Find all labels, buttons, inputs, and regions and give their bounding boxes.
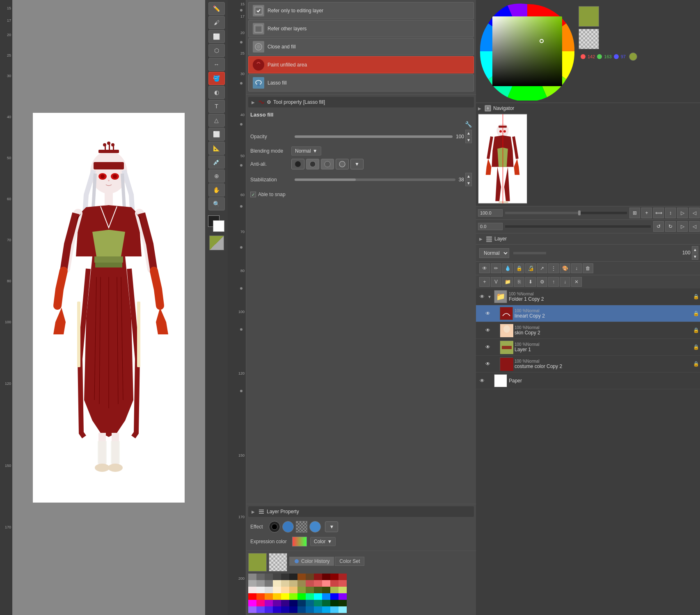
layer-item-skin[interactable]: 👁 100 %Normal skin Copy 2 🔒 [476,322,700,339]
layer-item-folder[interactable]: 👁 ▼ 📁 100 %Normal Folder 1 Copy 2 🔒 [476,288,700,305]
color-cell[interactable] [322,593,330,600]
merge-down-btn[interactable]: ⬇ [525,277,536,287]
layer-opacity-up[interactable]: ▲ [692,246,698,253]
color-cell[interactable] [248,587,256,593]
color-cell[interactable] [248,593,256,600]
color-cell[interactable] [330,587,339,593]
color-cell[interactable] [289,574,297,580]
aa-option-3[interactable] [321,159,334,169]
color-cell[interactable] [297,593,306,600]
color-cell[interactable] [281,593,289,600]
color-swatches-area[interactable] [208,215,225,233]
color-cell[interactable] [265,574,273,580]
transparent-swatch-right[interactable] [579,29,599,49]
color-cell[interactable] [248,580,256,587]
aa-option-1[interactable] [291,159,304,169]
color-cell[interactable] [265,580,273,587]
color-cell[interactable] [289,580,297,587]
background-color[interactable] [213,220,224,232]
zoom-in-btn[interactable]: + [641,208,652,218]
color-cell[interactable] [289,593,297,600]
layer-edit-btn[interactable]: ✏ [491,263,501,273]
layer-lock-btn[interactable]: 🔒 [514,263,524,273]
opacity-down-btn[interactable]: ▼ [465,137,472,143]
blend-mode-dropdown[interactable]: Normal ▼ [291,146,321,155]
color-cell[interactable] [256,600,265,606]
color-cell[interactable] [256,587,265,593]
color-cell[interactable] [256,593,265,600]
effect-btn-2[interactable] [282,521,294,533]
tool-gradient[interactable]: ◐ [208,86,225,99]
color-cell[interactable] [330,600,339,606]
tool-move[interactable]: ↔ [208,58,225,71]
tool-frame[interactable]: ⬜ [208,128,225,141]
color-cell[interactable] [281,600,289,606]
layer-move-down-btn[interactable]: ↓ [560,277,570,287]
rotation-input[interactable] [478,223,503,230]
color-cell[interactable] [339,593,347,600]
layer-expand-1[interactable]: ▼ [487,295,492,299]
layer-color-btn[interactable]: 🎨 [560,263,570,273]
color-cell[interactable] [330,580,339,587]
zoom-input[interactable] [478,209,503,217]
flip-h-btn[interactable]: ⟺ [653,208,664,218]
color-cell[interactable] [273,593,281,600]
color-cell[interactable] [322,606,330,613]
color-cell[interactable] [339,574,347,580]
layer-opacity-down[interactable]: ▼ [692,253,698,260]
color-cell[interactable] [306,580,314,587]
layer-lock-1[interactable]: 🔒 [693,294,699,299]
canvas-viewport[interactable] [12,0,205,615]
color-cell[interactable] [297,574,306,580]
new-vector-layer-btn[interactable]: V [491,277,501,287]
layer-move-up-btn[interactable]: ↑ [548,277,559,287]
layer-blend-select[interactable]: Normal [479,248,509,258]
color-cell[interactable] [265,600,273,606]
settings-icon[interactable]: ⚙ [267,99,271,105]
layer-options-btn[interactable]: ⋮ [548,263,559,273]
layer-trash-btn[interactable]: 🗑 [583,263,593,273]
color-cell[interactable] [306,587,314,593]
color-cell[interactable] [281,574,289,580]
color-cell[interactable] [314,587,322,593]
color-cell[interactable] [273,606,281,613]
transparent-swatch[interactable] [209,235,224,250]
effect-btn-4[interactable] [309,521,321,533]
color-cell[interactable] [256,574,265,580]
color-cell[interactable] [248,574,256,580]
color-cell[interactable] [314,606,322,613]
tool-zoom[interactable]: 🔍 [208,197,225,210]
color-cell[interactable] [314,574,322,580]
color-cell[interactable] [339,606,347,613]
flip-v-btn[interactable]: ↕ [665,208,676,218]
color-cell[interactable] [256,606,265,613]
tool-text[interactable]: T [208,100,225,113]
lasso-fill-btn[interactable]: Lasso fill [248,74,474,91]
layer-collapse-icon[interactable]: ▶ [479,237,483,241]
layer-lock-3[interactable]: 🔒 [693,327,699,333]
color-cell[interactable] [248,606,256,613]
color-cell[interactable] [306,593,314,600]
color-cell[interactable] [306,574,314,580]
refer-editing-layer-btn[interactable]: Refer only to editing layer [248,2,474,19]
tool-figure[interactable]: △ [208,114,225,127]
aa-option-2[interactable] [306,159,319,169]
color-cell[interactable] [289,587,297,593]
color-cell[interactable] [297,600,306,606]
color-cell[interactable] [322,574,330,580]
color-cell[interactable] [314,600,322,606]
nav-btn-1[interactable]: ▷ [677,208,688,218]
rot-btn-3[interactable]: ▷ [677,221,688,232]
copy-layer-btn[interactable]: ⎘ [514,277,524,287]
color-cell[interactable] [314,593,322,600]
color-cell[interactable] [339,587,347,593]
tool-ruler[interactable]: 📐 [208,142,225,155]
color-cell[interactable] [322,580,330,587]
tab-color-history[interactable]: Color History [289,557,334,566]
rot-btn-2[interactable]: ↻ [665,221,676,232]
zoom-slider[interactable] [505,212,627,214]
collapse-icon[interactable]: ▶ [252,100,255,105]
aa-option-arrow[interactable]: ▼ [350,159,364,169]
layer-eye-1[interactable]: 👁 [478,293,486,300]
layer-eye-2[interactable]: 👁 [484,310,492,317]
